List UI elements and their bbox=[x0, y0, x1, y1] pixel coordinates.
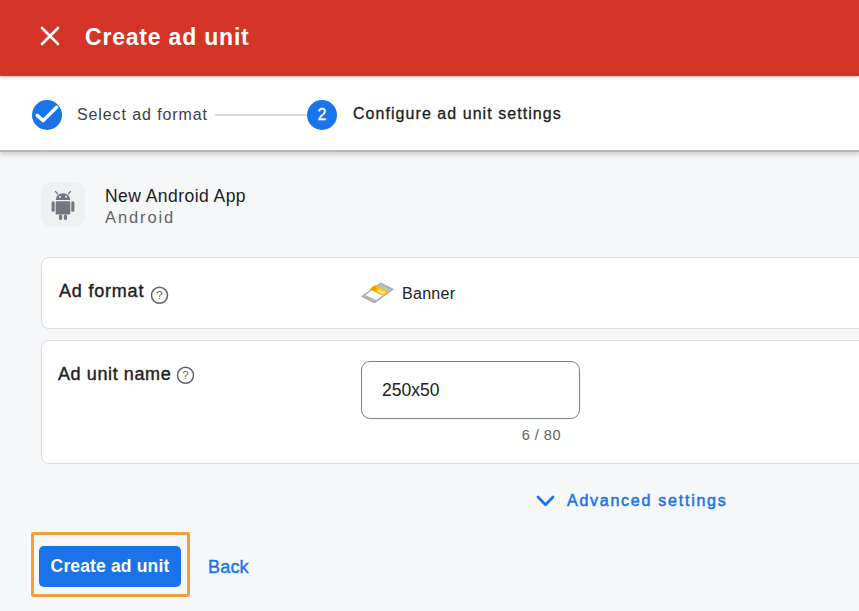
svg-text:?: ? bbox=[182, 369, 188, 381]
svg-text:?: ? bbox=[156, 289, 162, 301]
